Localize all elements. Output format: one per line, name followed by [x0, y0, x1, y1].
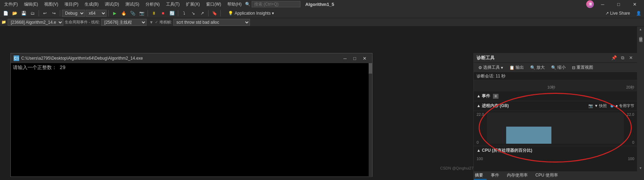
menu-item-test[interactable]: 测试(S): [123, 1, 142, 8]
menu-item-project[interactable]: 项目(P): [62, 1, 81, 8]
menu-item-analyze[interactable]: 分析(N): [143, 1, 163, 8]
minimize-button[interactable]: ─: [595, 0, 611, 8]
memory-y-axis-right: 22.0 0: [627, 112, 634, 144]
hot-reload-icon: 🔥: [121, 11, 126, 16]
select-tool-button[interactable]: ⚙ 选择工具 ▾: [476, 63, 505, 72]
menu-item-file[interactable]: 文件(F): [1, 1, 21, 8]
right-scroll-up[interactable]: ▲: [637, 27, 644, 32]
output-icon: 📋: [509, 65, 515, 70]
menu-item-view[interactable]: 视图(V): [41, 1, 61, 8]
bookmark-button[interactable]: 🔖: [210, 9, 219, 17]
console-scrollbar[interactable]: [369, 63, 372, 177]
console-icon: C:\: [14, 55, 19, 61]
pin-button[interactable]: 📌: [611, 54, 618, 61]
zoom-out-button[interactable]: 🔍 缩小: [549, 63, 568, 72]
diagnostics-panel: 诊断工具 📌 ⧉ ✕ ⚙ 选择工具 ▾ 📋 输出 🔍 放大 🔍 缩小: [473, 53, 637, 180]
diagnostics-header: 诊断工具 📌 ⧉ ✕: [474, 53, 637, 63]
save-all-button[interactable]: 🗂: [29, 9, 37, 17]
menu-item-window[interactable]: 窗口(W): [203, 1, 224, 8]
tab-summary[interactable]: 摘要: [473, 172, 487, 180]
legend-committed-label: ● 专用字节: [615, 103, 634, 108]
stop-button[interactable]: ■: [159, 9, 167, 17]
new-file-icon: 📄: [3, 11, 8, 16]
console-scroll-thumb[interactable]: [369, 63, 372, 74]
timeline-10s: 10秒: [547, 85, 555, 90]
tab-events[interactable]: 事件: [487, 172, 503, 180]
snapshot-button[interactable]: 📷 ▼ 快照: [587, 103, 608, 109]
y-max-label: 22.0: [477, 112, 484, 117]
legend-dot-committed: [611, 105, 613, 107]
csdn-watermark: CSDN @Qinghui27: [440, 166, 473, 170]
ai-icon: 💡: [228, 11, 233, 16]
menu-item-edit[interactable]: 编辑(E): [21, 1, 41, 8]
check-icon: ✓: [155, 20, 158, 24]
session-label: 诊断会话: 11 秒: [477, 73, 505, 79]
redo-button[interactable]: ↪: [50, 9, 58, 17]
right-scroll-down[interactable]: ▼: [637, 165, 644, 171]
toolbar-separator-6: [208, 10, 209, 16]
console-titlebar: C:\ C:\Users\a2795\Desktop\Algorithm\x64…: [11, 53, 372, 63]
float-button[interactable]: ⧉: [619, 54, 626, 61]
open-button[interactable]: 📂: [10, 9, 19, 17]
stack-select[interactable]: scrt throw std bad alloc: [173, 19, 250, 26]
menu-item-tools[interactable]: 工具(T): [163, 1, 182, 8]
menu-item-help[interactable]: 帮助(H): [225, 1, 244, 8]
user-settings-button[interactable]: 👤: [634, 9, 643, 17]
search-area: 🔍: [245, 1, 300, 7]
output-label: 输出: [516, 65, 524, 70]
console-close[interactable]: ✕: [360, 54, 369, 62]
window-controls: ─ □ ✕: [595, 0, 643, 8]
share-icon: ↗: [605, 11, 609, 16]
menu-item-build[interactable]: 生成(B): [82, 1, 101, 8]
sidebar-text: 分析诊断调试输出: [638, 33, 643, 36]
step-over-button[interactable]: ⤵: [180, 9, 188, 17]
attach-button[interactable]: 📎: [128, 9, 137, 17]
search-input[interactable]: [252, 1, 300, 7]
screenshot-button[interactable]: 📷: [138, 9, 146, 17]
tab-memory-usage[interactable]: 内存使用率: [503, 172, 531, 180]
toolbar-separator-5: [178, 10, 178, 16]
memory-header: ▲ 进程内存 (GB) 📷 ▼ 快照 ● 专用字节: [474, 101, 637, 111]
step-out-button[interactable]: ↗: [198, 9, 206, 17]
new-file-button[interactable]: 📄: [1, 9, 10, 17]
live-share-button[interactable]: ↗ Live Share: [602, 10, 634, 16]
snapshot-icon: 📷: [588, 104, 593, 108]
y-min-label: 0: [477, 140, 484, 144]
toolbar-separator-1: [39, 10, 39, 16]
timeline-20s: 20秒: [626, 85, 634, 90]
select-tool-label: 选择工具: [483, 65, 500, 70]
memory-legend: 📷 ▼ 快照 ● 专用字节: [587, 103, 634, 109]
process-select[interactable]: [23668] Algorithm2_14.exe: [8, 19, 63, 26]
ai-insights-button[interactable]: 💡 Application Insights ▾: [225, 10, 277, 16]
save-icon: 💾: [21, 11, 26, 16]
thread-select[interactable]: [25676] 主线程: [101, 19, 147, 26]
undo-button[interactable]: ↩: [41, 9, 49, 17]
platform-select[interactable]: x64: [86, 10, 107, 17]
close-button[interactable]: ✕: [627, 0, 643, 8]
events-label: ▲ 事件: [477, 93, 490, 99]
menu-item-extensions[interactable]: 扩展(X): [183, 1, 203, 8]
toolbar-separator-4: [148, 10, 148, 16]
tab-cpu-usage[interactable]: CPU 使用率: [532, 172, 561, 180]
toolbar: 📄 📂 💾 🗂 ↩ ↪ Debug x64 ▶ 🔥 📎 📷 ⏸ ■ 🔄 ⤵ ↘ …: [0, 8, 644, 18]
save-button[interactable]: 💾: [19, 9, 28, 17]
reset-view-button[interactable]: ⊟ 重置视图: [570, 63, 596, 72]
console-body[interactable]: 请输入一个正整数： 29: [11, 63, 372, 177]
close-panel-button[interactable]: ✕: [627, 54, 634, 61]
debug-config-select[interactable]: Debug: [62, 10, 85, 17]
restart-button[interactable]: 🔄: [168, 9, 176, 17]
memory-bar: [506, 127, 551, 144]
start-button[interactable]: ▶: [110, 9, 119, 17]
bottom-tabs: 摘要 事件 内存使用率 CPU 使用率: [473, 171, 637, 180]
cpu-header: ▲ CPU (所有处理器的百分比): [474, 146, 637, 155]
console-minimize[interactable]: ─: [340, 54, 350, 62]
pause-button[interactable]: ⏸: [150, 9, 158, 17]
step-into-button[interactable]: ↘: [189, 9, 197, 17]
output-button[interactable]: 📋 输出: [507, 63, 526, 72]
memory-chart-area: 22.0 0 22.0 0: [474, 111, 637, 146]
hot-reload-button[interactable]: 🔥: [119, 9, 128, 17]
menu-item-debug[interactable]: 调试(D): [102, 1, 122, 8]
console-maximize[interactable]: □: [350, 54, 360, 62]
maximize-button[interactable]: □: [611, 0, 627, 8]
zoom-in-button[interactable]: 🔍 放大: [528, 63, 547, 72]
